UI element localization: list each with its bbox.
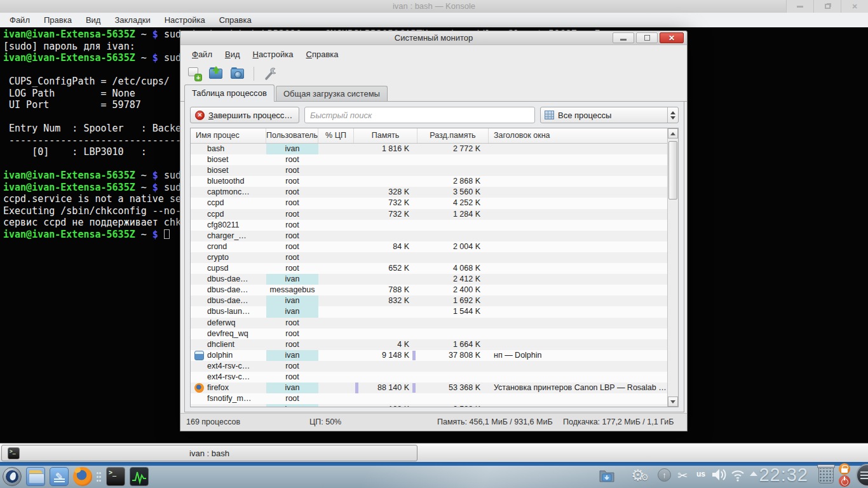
process-row[interactable]: crondroot84 K2 004 K bbox=[191, 241, 667, 252]
process-row[interactable]: bluetoothdroot2 868 K bbox=[191, 176, 667, 187]
process-row[interactable]: bashivan1 816 K2 772 K bbox=[191, 144, 667, 154]
sysmon-titlebar[interactable]: Системный монитор ✕ bbox=[180, 31, 687, 45]
table-scrollbar[interactable] bbox=[667, 128, 678, 407]
trash-widget[interactable] bbox=[818, 466, 834, 484]
process-row[interactable]: dbus-dae…ivan832 K1 692 K bbox=[191, 295, 667, 306]
tab-process-table[interactable]: Таблица процессов bbox=[184, 85, 275, 102]
konsole-launcher[interactable]: >_ bbox=[106, 467, 125, 486]
process-row[interactable]: devfreq_wqroot bbox=[191, 329, 667, 339]
konsole-menu-Вид[interactable]: Вид bbox=[79, 13, 108, 27]
scrollbar-thumb[interactable] bbox=[668, 141, 677, 200]
lock-screen-button[interactable] bbox=[839, 463, 850, 475]
process-row[interactable]: fsnotify_m…root bbox=[191, 393, 667, 404]
column-header[interactable]: Разд.память bbox=[417, 128, 489, 143]
konsole-titlebar[interactable]: ivan : bash — Konsole ✕ bbox=[0, 0, 868, 13]
process-row[interactable]: ccpdroot732 K1 284 K bbox=[191, 209, 667, 220]
konsole-menu-Файл[interactable]: Файл bbox=[3, 13, 37, 27]
wifi-icon bbox=[729, 467, 746, 482]
panel-drag-handle[interactable] bbox=[97, 468, 102, 485]
process-filter-dropdown[interactable]: Все процессы bbox=[540, 107, 679, 123]
network-tray-icon[interactable] bbox=[729, 467, 746, 482]
process-row[interactable]: cupsdroot652 K4 068 K bbox=[191, 263, 667, 274]
minimize-icon bbox=[620, 39, 627, 41]
arrow-up-icon: ↑ bbox=[658, 468, 671, 482]
sysmon-close-button[interactable]: ✕ bbox=[660, 32, 684, 43]
taskbar-window-list: >_ ivan : bash bbox=[0, 443, 868, 462]
tab-system-load[interactable]: Общая загрузка системы bbox=[276, 86, 388, 101]
open-worksheet-icon[interactable] bbox=[208, 66, 224, 81]
dolphin-icon bbox=[194, 351, 204, 360]
network-worksheet-icon[interactable] bbox=[230, 66, 245, 81]
sysmon-minimize-button[interactable] bbox=[613, 32, 634, 43]
process-row[interactable]: captmonc…root328 K3 560 K bbox=[191, 187, 667, 198]
sysmon-menu-Файл[interactable]: Файл bbox=[186, 46, 219, 63]
process-row[interactable]: dbus-dae…ivan2 412 K bbox=[191, 274, 667, 285]
volume-tray-icon[interactable] bbox=[710, 467, 727, 482]
konsole-menu-Справка[interactable]: Справка bbox=[212, 13, 259, 27]
process-row[interactable]: firefoxivan88 140 K53 368 KУстановка при… bbox=[191, 383, 667, 393]
speaker-icon bbox=[710, 467, 727, 482]
column-header[interactable]: Память bbox=[354, 128, 417, 143]
file-manager-launcher[interactable] bbox=[26, 467, 45, 486]
konsole-maximize-button[interactable] bbox=[813, 0, 841, 13]
end-process-icon: ✕ bbox=[195, 111, 205, 120]
panel-launchers: ✎ >_ bbox=[3, 466, 149, 487]
scroll-up-icon[interactable] bbox=[668, 128, 678, 139]
process-row[interactable]: cfg80211root bbox=[191, 220, 667, 231]
konsole-menu-Правка[interactable]: Правка bbox=[37, 13, 79, 27]
process-row[interactable]: biosetroot bbox=[191, 154, 667, 165]
tray-expand-button[interactable] bbox=[750, 471, 757, 476]
panel-clock[interactable]: 22:32 bbox=[759, 464, 808, 485]
process-row[interactable]: dhclientroot4 K1 664 K bbox=[191, 339, 667, 350]
process-row[interactable]: ext4-rsv-c…root bbox=[191, 372, 667, 383]
process-row[interactable]: deferwqroot bbox=[191, 318, 667, 329]
firefox-launcher[interactable] bbox=[73, 467, 92, 486]
konsole-close-button[interactable]: ✕ bbox=[841, 0, 868, 13]
process-row[interactable]: charger_…root bbox=[191, 231, 667, 241]
sysmon-menubar: ФайлВидНастройкаСправка bbox=[180, 46, 687, 63]
minimize-icon bbox=[797, 6, 803, 8]
download-tray-icon[interactable] bbox=[599, 467, 615, 484]
process-row[interactable]: gam_serverivan128 K2 588 K bbox=[191, 404, 667, 407]
updates-tray-icon[interactable]: ↑ bbox=[658, 468, 671, 482]
process-row[interactable]: cryptoroot bbox=[191, 252, 667, 263]
configure-icon[interactable] bbox=[262, 66, 278, 81]
dropdown-spinner[interactable] bbox=[667, 107, 678, 123]
column-header[interactable]: % ЦП bbox=[318, 128, 354, 143]
process-row[interactable]: ccpdroot732 K4 252 K bbox=[191, 198, 667, 208]
konsole-menu-Закладки[interactable]: Закладки bbox=[107, 13, 157, 27]
konsole-minimize-button[interactable] bbox=[786, 0, 813, 13]
task-button-konsole[interactable]: >_ ivan : bash bbox=[1, 445, 417, 461]
rosa-menu-button[interactable] bbox=[3, 467, 22, 486]
text-editor-launcher[interactable]: ✎ bbox=[50, 467, 69, 486]
process-table: Имя процесПользователь% ЦППамятьРазд.пам… bbox=[190, 128, 679, 407]
memory-bar bbox=[355, 383, 358, 393]
column-header[interactable]: Имя процес bbox=[191, 128, 266, 143]
process-row[interactable]: dbus-dae…messagebus788 K2 400 K bbox=[191, 285, 667, 295]
process-row[interactable]: dbus-laun…ivan1 544 K bbox=[191, 306, 667, 317]
process-row[interactable]: dolphinivan9 148 K37 808 Kнп — Dolphin bbox=[191, 350, 667, 361]
sysmon-menu-Вид[interactable]: Вид bbox=[219, 46, 247, 63]
toolbar-separator bbox=[254, 67, 254, 81]
clipboard-tray-icon[interactable]: ✂ bbox=[677, 468, 688, 483]
new-worksheet-icon[interactable]: + bbox=[187, 66, 202, 81]
process-row[interactable]: biosetroot bbox=[191, 165, 667, 176]
keyboard-layout-indicator[interactable]: us bbox=[696, 470, 705, 478]
leave-button[interactable] bbox=[839, 475, 850, 487]
column-header[interactable]: Пользователь bbox=[266, 128, 318, 143]
sysmon-maximize-button[interactable] bbox=[636, 32, 658, 43]
sysmon-menu-Справка[interactable]: Справка bbox=[300, 46, 345, 63]
end-process-button[interactable]: ✕ Завершить процесс… bbox=[190, 107, 299, 123]
panel-toolbox-button[interactable] bbox=[856, 464, 868, 487]
panel-top-stripe bbox=[0, 462, 868, 466]
system-monitor-launcher[interactable] bbox=[130, 467, 149, 486]
settings-tray-icon[interactable]: ⚙⚙ bbox=[629, 466, 651, 485]
desktop: ivan : bash — Konsole ✕ ФайлПравкаВидЗак… bbox=[0, 0, 868, 488]
process-row[interactable]: ext4-rsv-c…root bbox=[191, 361, 667, 372]
sysmon-menu-Настройка[interactable]: Настройка bbox=[247, 46, 300, 63]
konsole-menu-Настройка[interactable]: Настройка bbox=[158, 13, 212, 27]
scroll-down-icon[interactable] bbox=[668, 396, 678, 407]
clock-label: 22:32 bbox=[759, 464, 808, 485]
quick-search-input[interactable] bbox=[304, 107, 535, 123]
column-header[interactable]: Заголовок окна bbox=[489, 128, 678, 143]
